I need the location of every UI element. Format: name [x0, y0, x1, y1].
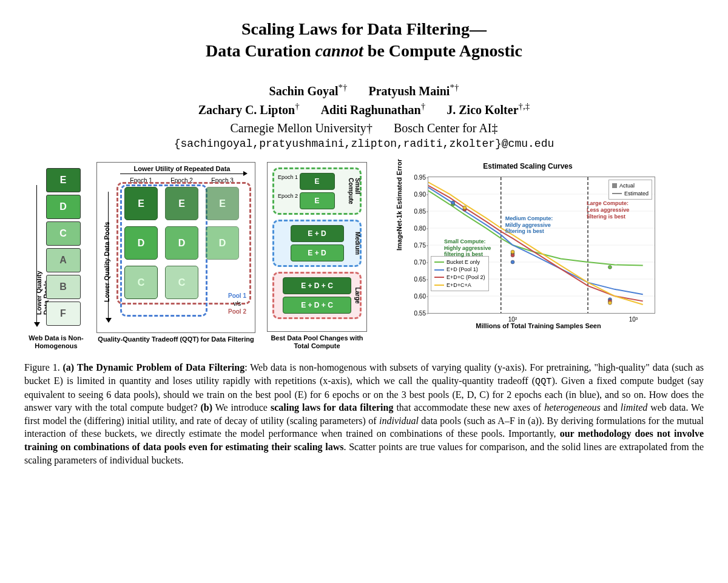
- chart-annotation-large: Large Compute: Less aggressive filtering…: [587, 200, 629, 220]
- author-1-sup: *†: [339, 83, 348, 92]
- caption-it1: heterogeneous: [544, 402, 601, 413]
- title-line2c: be Compute Agnostic: [363, 41, 522, 60]
- qqt-cell-r0-c2: E: [206, 187, 239, 220]
- panel1-arrow-line: [36, 185, 37, 323]
- author-5-sup: †,‡: [519, 101, 530, 111]
- panel2-ylabel: Lower Quality Data Pools: [103, 221, 110, 302]
- affil-2-sup: ‡: [492, 121, 498, 135]
- qqt-cell-r1-c0: D: [124, 226, 158, 260]
- panel-a-qqt: Lower Utility of Repeated Data Lower Qua…: [94, 162, 258, 350]
- svg-point-13: [608, 266, 612, 269]
- large-compute-label: Large: [354, 287, 361, 303]
- box-large-compute: Large E + D + C E + D + C: [272, 272, 362, 319]
- panel-b-chart: Estimated Scaling Curves ImageNet-1k Est…: [388, 162, 667, 350]
- author-4: Aditi Raghunathan: [321, 103, 421, 116]
- title-line2b: cannot: [315, 41, 363, 60]
- medium-compute-label: Medium: [354, 232, 361, 255]
- caption-b-body2: that accommodate these new axes of: [393, 402, 544, 413]
- ytick-0.6: 0.60: [408, 293, 426, 300]
- ytick-0.9: 0.90: [408, 191, 426, 198]
- ytick-0.95: 0.95: [408, 174, 426, 181]
- chart-plot-area: 0.550.600.650.700.750.800.850.900.9510²1…: [428, 177, 655, 314]
- authors-block: Sachin Goyal*† Pratyush Maini*† Zachary …: [24, 81, 704, 119]
- small-compute-label: Small Compute: [348, 178, 361, 204]
- author-2: Pratyush Maini: [369, 84, 450, 97]
- panel2-legend-vs: v/s: [234, 300, 241, 307]
- qqt-cell-r2-c0: C: [124, 266, 158, 299]
- box-small-compute: Small Compute Epoch 1 Epoch 2 E E: [272, 167, 362, 215]
- emails: {sachingoyal,pratyushmaini,zlipton,radit…: [24, 138, 704, 150]
- title-line2a: Data Curation: [206, 41, 315, 60]
- caption-b-and: and: [601, 402, 621, 413]
- author-1: Sachin Goyal: [269, 84, 339, 97]
- ytick-0.7: 0.70: [408, 259, 426, 266]
- panel2-xarrow-line: [120, 174, 244, 174]
- panel2-legend-pool2: Pool 2: [228, 308, 246, 315]
- figure-1: Lower Quality Data Pools EDCABF Web Data…: [24, 162, 704, 350]
- svg-point-21: [511, 250, 514, 254]
- small-ep1: Epoch 1: [278, 174, 298, 180]
- svg-point-14: [451, 201, 455, 204]
- caption-qqt: QQT: [535, 376, 551, 387]
- caption-b-body: We introduce: [212, 402, 271, 413]
- chart-xlabel: Millions of Total Training Samples Seen: [428, 322, 649, 329]
- affil-1: Carnegie Mellon University: [230, 121, 366, 135]
- panel2-grid: EEEDDDCC: [124, 187, 239, 299]
- panel1-arrowhead: [34, 322, 40, 327]
- small-bucket-1: E: [300, 173, 335, 190]
- author-3-sup: †: [295, 101, 300, 111]
- chart-title: Estimated Scaling Curves: [400, 162, 655, 170]
- qqt-cell-r2-c1: C: [165, 266, 198, 299]
- small-bucket-2: E: [300, 192, 335, 209]
- panel1-column: EDCABF: [46, 168, 81, 326]
- large-bucket-2: E + D + C: [283, 297, 351, 314]
- caption-fig-num: Figure 1.: [24, 362, 60, 372]
- svg-point-22: [608, 301, 612, 305]
- ytick-0.85: 0.85: [408, 208, 426, 215]
- panel3-caption: Best Data Pool Changes with Total Comput…: [264, 334, 370, 350]
- svg-point-20: [463, 206, 467, 210]
- qqt-cell-r1-c2: D: [206, 226, 239, 260]
- ytick-0.75: 0.75: [408, 242, 426, 249]
- panel2-yarrowhead: [106, 318, 112, 323]
- caption-b-head: (b): [200, 402, 212, 413]
- bucket-E: E: [46, 168, 81, 192]
- affiliations: Carnegie Mellon University† Bosch Center…: [24, 121, 704, 135]
- large-bucket-1: E + D + C: [283, 277, 351, 294]
- panel2-legend: Pool 1 v/s Pool 2: [228, 292, 246, 315]
- affil-1-sup: †: [366, 121, 372, 135]
- ytick-0.55: 0.55: [408, 310, 426, 317]
- author-5: J. Zico Kolter: [447, 103, 518, 116]
- title-line1: Scaling Laws for Data Filtering—: [241, 19, 487, 38]
- panel2-xlabel: Lower Utility of Repeated Data: [115, 165, 249, 172]
- author-4-sup: †: [421, 101, 426, 111]
- bucket-C: C: [46, 221, 81, 246]
- caption-a-head: (a) The Dynamic Problem of Data Filterin…: [63, 362, 245, 372]
- box-medium-compute: Medium E + D E + D: [272, 220, 362, 267]
- bucket-A: A: [46, 248, 81, 272]
- qqt-cell-r0-c0: E: [124, 187, 158, 220]
- svg-point-18: [511, 254, 514, 257]
- author-3: Zachary C. Lipton: [198, 103, 295, 116]
- bucket-F: F: [46, 302, 81, 326]
- caption-b-bold: scaling laws for data filtering: [271, 402, 394, 413]
- medium-bucket-2: E + D: [291, 244, 344, 261]
- chart-legend-series: Bucket E onlyE+D (Pool 1)E+D+C (Pool 2)E…: [431, 256, 489, 291]
- caption-it3: individual: [379, 416, 419, 426]
- author-2-sup: *†: [450, 83, 459, 92]
- chart-annotation-small: Small Compute: Highly aggressive filteri…: [444, 238, 491, 258]
- affil-2: Bosch Center for AI: [394, 121, 492, 135]
- qqt-cell-r0-c1: E: [165, 187, 198, 220]
- bucket-D: D: [46, 195, 81, 219]
- bucket-B: B: [46, 275, 81, 299]
- chart-legend-actual-estimated: Actual Estimated: [608, 180, 652, 200]
- panel2-yarrow-line: [108, 192, 109, 319]
- small-ep2: Epoch 2: [278, 193, 298, 199]
- panel2-xarrowhead: [243, 171, 248, 176]
- figure-caption: Figure 1. (a) The Dynamic Problem of Dat…: [24, 361, 704, 467]
- medium-bucket-1: E + D: [291, 225, 344, 242]
- panel1-caption: Web Data is Non-Homogenous: [24, 334, 88, 350]
- chart-ylabel: ImageNet-1k Estimated Error: [396, 159, 403, 251]
- panel-a-compute: Small Compute Epoch 1 Epoch 2 E E Medium…: [264, 162, 370, 350]
- chart-annotation-medium: Medium Compute: Mildly aggressive filter…: [505, 215, 553, 235]
